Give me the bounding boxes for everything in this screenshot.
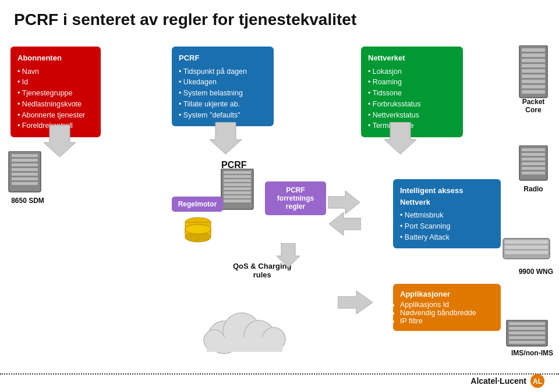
regelmotor-box: Regelmotor <box>172 197 223 212</box>
svg-rect-32 <box>224 195 251 198</box>
wng-device-icon <box>502 236 553 268</box>
svg-marker-63 <box>338 291 373 314</box>
svg-rect-13 <box>522 158 545 161</box>
intelligent-title: Intelligent aksess Nettverk <box>400 185 494 208</box>
svg-rect-12 <box>522 153 545 156</box>
svg-rect-15 <box>522 167 545 170</box>
list-item: System belastning <box>179 88 267 99</box>
svg-rect-11 <box>522 148 545 151</box>
arrow-right-to-intelligent-icon <box>328 191 363 214</box>
arrow-down-qos-icon <box>277 243 300 269</box>
list-item: Navn <box>17 66 94 77</box>
main-content: Abonnenten Navn Id Tjenestegruppe Nedlas… <box>0 35 559 378</box>
list-item: System "defaults" <box>179 110 267 121</box>
svg-rect-3 <box>522 59 545 62</box>
svg-rect-44 <box>505 251 548 254</box>
svg-rect-26 <box>224 171 251 174</box>
forretning-line2: forretnings <box>271 194 320 202</box>
list-item: Ukedagen <box>179 77 267 88</box>
svg-rect-8 <box>522 85 545 88</box>
wng-label: 9900 WNG <box>502 268 553 276</box>
svg-marker-58 <box>210 122 242 154</box>
svg-rect-43 <box>505 245 548 249</box>
list-item: Tidspunkt på dagen <box>179 66 267 77</box>
network-title: Nettverket <box>368 52 456 64</box>
svg-rect-49 <box>509 336 545 339</box>
list-item: Forbruksstatus <box>368 99 456 110</box>
svg-rect-30 <box>224 187 251 190</box>
svg-rect-9 <box>522 90 545 94</box>
subscriber-box: Abonnenten Navn Id Tjenestegruppe Nedlas… <box>10 47 101 137</box>
footer-brand: Alcatel·Lucent AL <box>470 373 545 389</box>
svg-rect-47 <box>509 327 545 330</box>
svg-rect-29 <box>224 183 251 186</box>
alcatel-lucent-logo-icon: AL <box>530 373 545 389</box>
brand-label: Alcatel·Lucent <box>470 376 526 386</box>
list-item: Lokasjon <box>368 66 456 77</box>
svg-rect-56 <box>207 337 282 352</box>
svg-rect-7 <box>522 80 545 83</box>
radio-label: Radio <box>514 185 553 193</box>
pcrf-info-title: PCRF <box>179 52 267 64</box>
svg-rect-46 <box>509 322 545 325</box>
pcrf-center-device-icon <box>218 169 256 215</box>
arrow-down-subscriber-icon <box>44 125 76 160</box>
forretning-line1: PCRF <box>271 186 320 194</box>
svg-point-40 <box>185 224 211 234</box>
packet-core-label: PacketCore <box>514 98 553 114</box>
pcrf-center-label: PCRF <box>221 160 247 170</box>
svg-rect-5 <box>522 69 545 73</box>
list-item: Nettmisbruk <box>400 210 494 221</box>
arrow-right-from-qos-icon <box>338 291 376 314</box>
page-title: PCRF i senteret av regler for tjenestekv… <box>0 0 559 35</box>
list-item: Nettverkstatus <box>368 110 456 121</box>
svg-rect-23 <box>12 177 38 180</box>
arrow-down-pcrf-icon <box>210 122 242 157</box>
svg-rect-14 <box>522 162 545 165</box>
list-item: IP filtre <box>400 317 494 325</box>
svg-rect-6 <box>522 74 545 78</box>
list-item: Roaming <box>368 77 456 88</box>
intelligent-box: Intelligent aksess Nettverk Nettmisbruk … <box>393 179 501 248</box>
regelmotor-label: Regelmotor <box>178 200 217 208</box>
svg-marker-61 <box>329 212 361 236</box>
forretning-box: PCRF forretnings regler <box>265 181 326 215</box>
svg-rect-1 <box>522 48 545 52</box>
list-item: Id <box>17 77 94 88</box>
cloud-shape-icon <box>192 300 297 355</box>
arrow-down-network-icon <box>384 122 416 157</box>
subscriber-list: Navn Id Tjenestegruppe Nedlastningskvote… <box>17 66 94 132</box>
pcrf-info-list: Tidspunkt på dagen Ukedagen System belas… <box>179 66 267 121</box>
list-item: Tidssone <box>368 88 456 99</box>
intelligent-list: Nettmisbruk Port Scanning Battery Attack <box>400 210 494 243</box>
svg-rect-42 <box>505 240 548 244</box>
svg-rect-31 <box>224 191 251 194</box>
svg-marker-62 <box>277 243 300 268</box>
svg-rect-16 <box>522 172 545 174</box>
sdm-device-icon <box>6 151 49 204</box>
sdm-label: 8650 SDM <box>6 197 49 205</box>
regelmotor-cylinders-icon <box>181 215 215 247</box>
svg-rect-28 <box>224 179 251 182</box>
svg-rect-27 <box>224 175 251 178</box>
subscriber-title: Abonnenten <box>17 52 94 64</box>
svg-marker-57 <box>44 125 76 157</box>
svg-rect-19 <box>12 159 38 162</box>
svg-rect-22 <box>12 173 38 176</box>
applications-title: Applikasjoner <box>400 290 494 298</box>
arrow-left-from-intelligent-icon <box>326 212 361 236</box>
list-item: Battery Attack <box>400 232 494 243</box>
list-item: Applikasjons Id <box>400 301 494 309</box>
svg-rect-4 <box>522 64 545 67</box>
svg-rect-24 <box>12 182 38 185</box>
svg-rect-33 <box>224 199 251 202</box>
svg-text:AL: AL <box>533 377 542 386</box>
list-item: Abonnerte tjenester <box>17 110 94 121</box>
svg-rect-21 <box>12 168 38 171</box>
svg-rect-20 <box>12 163 38 166</box>
svg-rect-50 <box>509 341 545 344</box>
applications-list: Applikasjons Id Nødvendig båndbredde IP … <box>400 301 494 325</box>
applications-box: Applikasjoner Applikasjons Id Nødvendig … <box>393 284 501 331</box>
svg-marker-60 <box>328 191 360 214</box>
svg-rect-48 <box>509 332 545 334</box>
